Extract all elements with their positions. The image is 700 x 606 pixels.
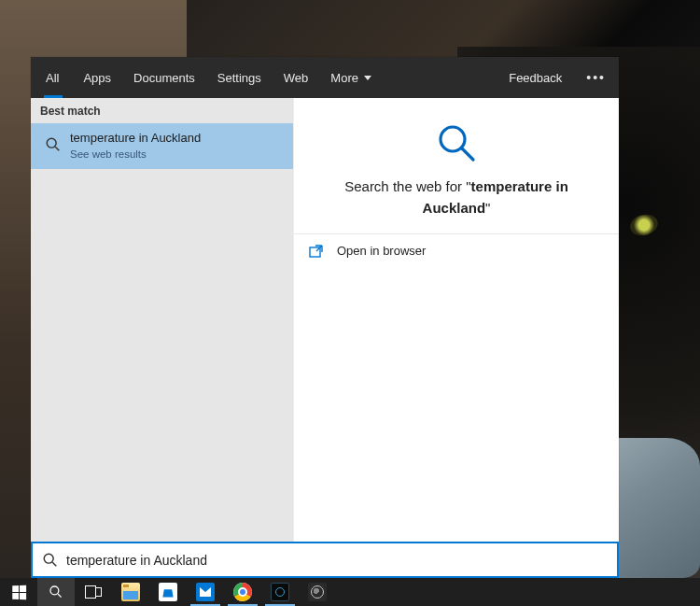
svg-line-8 (58, 594, 62, 598)
search-icon (49, 585, 63, 599)
svg-point-7 (50, 586, 59, 595)
svg-point-0 (47, 139, 56, 148)
search-web-phrase: Search the web for "temperature in Auckl… (313, 176, 600, 218)
svg-line-6 (52, 562, 56, 566)
tab-web[interactable]: Web (273, 57, 320, 98)
svg-line-3 (462, 148, 473, 160)
task-view-icon (85, 585, 102, 599)
tab-all[interactable]: All (31, 57, 72, 98)
search-tabs: All Apps Documents Settings Web More Fee… (31, 57, 619, 98)
chevron-down-icon (364, 76, 371, 80)
windows-icon (12, 585, 26, 599)
taskbar (0, 578, 700, 606)
search-box[interactable] (31, 542, 619, 578)
search-input[interactable] (66, 553, 609, 568)
result-title: temperature in Auckland (70, 131, 201, 147)
svg-point-5 (44, 554, 53, 563)
app-icon (308, 583, 327, 601)
tab-settings[interactable]: Settings (206, 57, 273, 98)
store-icon (159, 583, 177, 601)
search-icon (434, 120, 479, 165)
results-list: Best match temperature in Auckland See w… (31, 98, 293, 542)
tab-more[interactable]: More (319, 57, 383, 98)
result-subtitle: See web results (70, 148, 201, 160)
app-icon (271, 583, 289, 601)
outlook-icon (196, 583, 215, 601)
search-icon (45, 136, 62, 153)
preview-pane: Search the web for "temperature in Auckl… (293, 98, 619, 542)
svg-line-1 (55, 148, 59, 151)
taskbar-store[interactable] (149, 578, 187, 606)
file-explorer-icon (121, 583, 140, 601)
search-taskbar-button[interactable] (37, 578, 75, 606)
task-view-button[interactable] (75, 578, 112, 606)
start-search-panel: All Apps Documents Settings Web More Fee… (31, 57, 619, 542)
start-button[interactable] (0, 578, 37, 606)
search-icon (42, 552, 59, 569)
best-match-result[interactable]: temperature in Auckland See web results (31, 123, 293, 169)
taskbar-outlook[interactable] (187, 578, 224, 606)
taskbar-app-dark[interactable] (261, 578, 299, 606)
best-match-header: Best match (31, 98, 293, 123)
more-options-button[interactable]: ••• (573, 57, 619, 98)
open-in-browser[interactable]: Open in browser (294, 234, 619, 267)
chrome-icon (233, 583, 252, 601)
taskbar-app-generic[interactable] (299, 578, 336, 606)
open-browser-icon (309, 245, 324, 258)
tab-documents[interactable]: Documents (122, 57, 206, 98)
taskbar-chrome[interactable] (224, 578, 261, 606)
feedback-link[interactable]: Feedback (497, 57, 573, 98)
taskbar-file-explorer[interactable] (112, 578, 149, 606)
tab-apps[interactable]: Apps (72, 57, 122, 98)
